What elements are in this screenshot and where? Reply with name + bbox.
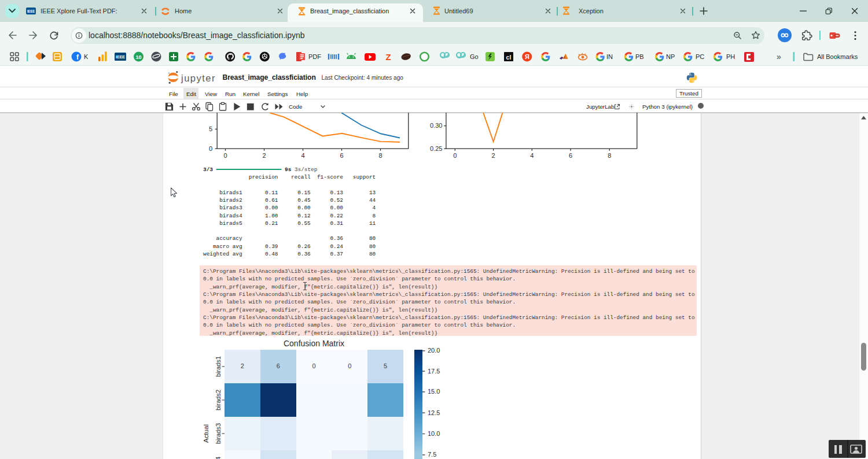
- svg-text:birads3: birads3: [215, 423, 222, 444]
- svg-text:0: 0: [453, 152, 457, 159]
- svg-text:20.0: 20.0: [428, 347, 440, 354]
- svg-text:4: 4: [301, 152, 304, 159]
- svg-text:Go: Go: [470, 53, 479, 60]
- svg-text:PC: PC: [696, 53, 704, 60]
- svg-text:10.0: 10.0: [428, 430, 440, 437]
- svg-text:0.30: 0.30: [430, 122, 442, 129]
- svg-text:birads4: birads4: [215, 457, 222, 459]
- svg-text:2: 2: [492, 152, 495, 159]
- svg-text:PDF: PDF: [308, 53, 321, 60]
- svg-text:0: 0: [209, 145, 212, 152]
- svg-text:2: 2: [262, 152, 266, 159]
- svg-text:PH: PH: [726, 53, 735, 60]
- svg-text:K: K: [84, 53, 89, 60]
- svg-text:Actual: Actual: [203, 424, 209, 443]
- svg-text:cl: cl: [506, 54, 512, 61]
- svg-text:4: 4: [530, 152, 534, 159]
- svg-text:7.5: 7.5: [428, 451, 436, 458]
- svg-text:8: 8: [378, 152, 382, 159]
- svg-text:5: 5: [209, 125, 212, 132]
- svg-text:6: 6: [340, 152, 343, 159]
- svg-text:PB: PB: [635, 53, 644, 60]
- svg-text:0.25: 0.25: [430, 145, 442, 152]
- svg-text:15.0: 15.0: [428, 388, 440, 395]
- svg-text:»: »: [777, 52, 781, 61]
- svg-text:IEEE: IEEE: [27, 9, 35, 13]
- svg-text:12.5: 12.5: [428, 409, 440, 416]
- svg-text:IEEE: IEEE: [116, 54, 125, 60]
- svg-text:Я: Я: [525, 53, 529, 60]
- svg-text:17.5: 17.5: [428, 368, 440, 375]
- svg-text:0: 0: [223, 152, 227, 159]
- svg-text:All Bookmarks: All Bookmarks: [817, 53, 858, 60]
- svg-text:birads2: birads2: [215, 390, 222, 410]
- svg-text:NP: NP: [666, 53, 675, 60]
- svg-text:Z: Z: [385, 52, 391, 62]
- svg-text:10: 10: [135, 54, 141, 60]
- svg-text:IN: IN: [606, 53, 613, 60]
- svg-text:6: 6: [569, 152, 572, 159]
- svg-text:birads1: birads1: [215, 356, 222, 377]
- svg-text:8: 8: [608, 152, 611, 159]
